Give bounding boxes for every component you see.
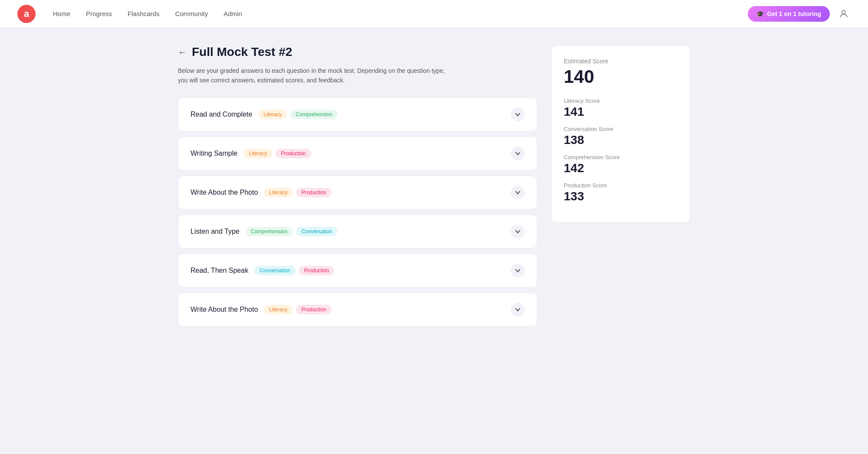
tag-comprehension: Comprehension [246,227,293,236]
tag-production: Production [299,266,334,275]
content-area: ← Full Mock Test #2 Below are your grade… [178,45,537,332]
card-left: Read and CompleteLiteracyComprehension [191,110,338,119]
tag-conversation: Conversation [254,266,296,275]
card-expand-button[interactable] [511,264,525,278]
test-card[interactable]: Listen and TypeComprehensionConversation [178,215,537,248]
card-tags: ComprehensionConversation [246,227,337,236]
nav-link-community[interactable]: Community [175,10,208,17]
production-score-value: 133 [564,189,677,203]
score-card: Estimated Score 140 Literacy Score 141 C… [551,45,690,223]
card-title: Writing Sample [191,150,237,157]
card-expand-button[interactable] [511,303,525,317]
score-sidebar: Estimated Score 140 Literacy Score 141 C… [551,45,690,223]
nav-links: HomeProgressFlashcardsCommunityAdmin [53,10,730,17]
literacy-score-label: Literacy Score [564,98,677,104]
tutoring-icon: 🎓 [756,10,764,17]
card-title: Write About the Photo [191,189,258,196]
production-score-row: Production Score 133 [564,182,677,203]
tag-production: Production [276,149,311,158]
conversation-score-value: 138 [564,133,677,147]
card-title: Read and Complete [191,111,252,118]
card-tags: ConversationProduction [254,266,334,275]
conversation-score-label: Conversation Score [564,126,677,132]
tag-literacy: Literacy [243,149,272,158]
card-tags: LiteracyProduction [264,188,331,197]
page-description: Below are your graded answers to each qu… [178,66,456,85]
main-content: ← Full Mock Test #2 Below are your grade… [152,28,716,349]
tag-conversation: Conversation [296,227,337,236]
nav-link-admin[interactable]: Admin [224,10,242,17]
test-card[interactable]: Write About the PhotoLiteracyProduction [178,176,537,209]
test-card[interactable]: Read and CompleteLiteracyComprehension [178,98,537,131]
page-header: ← Full Mock Test #2 [178,45,537,59]
card-left: Write About the PhotoLiteracyProduction [191,305,332,314]
logo[interactable]: a [17,5,36,23]
literacy-score-row: Literacy Score 141 [564,98,677,119]
comprehension-score-row: Comprehension Score 142 [564,154,677,175]
tag-literacy: Literacy [264,188,293,197]
test-card[interactable]: Write About the PhotoLiteracyProduction [178,293,537,327]
tutoring-label: Get 1 on 1 tutoring [767,10,821,17]
literacy-score-value: 141 [564,105,677,119]
card-left: Write About the PhotoLiteracyProduction [191,188,332,197]
back-button[interactable]: ← [178,47,187,57]
nav-link-flashcards[interactable]: Flashcards [128,10,159,17]
logo-text: a [24,8,29,20]
card-expand-button[interactable] [511,108,525,121]
tag-literacy: Literacy [258,110,287,119]
card-title: Read, Then Speak [191,267,248,274]
svg-point-0 [842,10,845,14]
card-title: Listen and Type [191,228,240,235]
estimated-score-label: Estimated Score [564,58,677,65]
tag-literacy: Literacy [264,305,293,314]
card-title: Write About the Photo [191,306,258,314]
card-expand-button[interactable] [511,147,525,160]
nav-link-progress[interactable]: Progress [86,10,112,17]
tag-production: Production [296,188,331,197]
comprehension-score-label: Comprehension Score [564,154,677,160]
card-left: Read, Then SpeakConversationProduction [191,266,334,275]
test-card[interactable]: Read, Then SpeakConversationProduction [178,254,537,287]
card-expand-button[interactable] [511,186,525,199]
comprehension-score-value: 142 [564,161,677,175]
user-avatar-icon[interactable] [837,7,851,21]
test-card[interactable]: Writing SampleLiteracyProduction [178,137,537,170]
card-expand-button[interactable] [511,225,525,238]
tag-production: Production [296,305,331,314]
conversation-score-row: Conversation Score 138 [564,126,677,147]
cards-list: Read and CompleteLiteracyComprehensionWr… [178,98,537,327]
page-title: Full Mock Test #2 [192,45,292,59]
tutoring-button[interactable]: 🎓 Get 1 on 1 tutoring [748,6,830,22]
card-tags: LiteracyComprehension [258,110,338,119]
card-left: Listen and TypeComprehensionConversation [191,227,337,236]
card-left: Writing SampleLiteracyProduction [191,149,311,158]
card-tags: LiteracyProduction [243,149,311,158]
nav-link-home[interactable]: Home [53,10,70,17]
card-tags: LiteracyProduction [264,305,331,314]
production-score-label: Production Score [564,182,677,189]
estimated-score-value: 140 [564,66,677,87]
tag-comprehension: Comprehension [290,110,338,119]
navbar: a HomeProgressFlashcardsCommunityAdmin 🎓… [0,0,868,28]
nav-right: 🎓 Get 1 on 1 tutoring [748,6,851,22]
